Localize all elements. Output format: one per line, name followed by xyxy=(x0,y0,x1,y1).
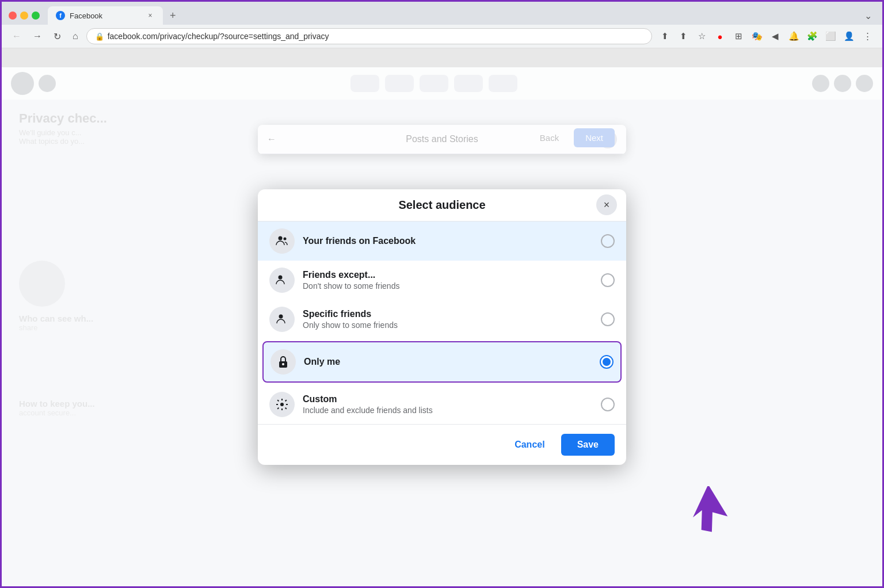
custom-label: Custom xyxy=(303,394,593,404)
custom-sublabel: Include and exclude friends and lists xyxy=(303,406,593,415)
svg-point-3 xyxy=(279,314,283,318)
reload-button[interactable]: ↻ xyxy=(50,29,64,44)
specific-friends-sublabel: Only show to some friends xyxy=(303,320,593,330)
download-icon[interactable]: ⬆ xyxy=(657,28,673,44)
new-tab-button[interactable]: + xyxy=(165,7,181,24)
address-bar[interactable]: 🔒 facebook.com/privacy/checkup/?source=s… xyxy=(86,28,652,44)
specific-friends-icon xyxy=(269,307,295,332)
custom-radio[interactable] xyxy=(601,398,615,411)
modal-footer: Cancel Save xyxy=(258,424,626,465)
audience-item-custom[interactable]: Custom Include and exclude friends and l… xyxy=(258,385,626,424)
svg-point-2 xyxy=(279,275,283,279)
forward-nav-button[interactable]: → xyxy=(29,29,45,44)
toolbar-icons: ⬆ ⬆ ☆ ● ⊞ 🎭 ◀ 🔔 🧩 ⬜ 👤 ⋮ xyxy=(657,28,875,44)
arrow-indicator xyxy=(692,486,744,540)
tab-favicon: f xyxy=(56,11,65,20)
audience-list: Your friends on Facebook Friends except.… xyxy=(258,222,626,424)
radio-inner-dot xyxy=(603,358,611,366)
split-view-icon[interactable]: ⬜ xyxy=(822,28,839,44)
modal-close-button[interactable]: × xyxy=(596,194,617,215)
audience-item-only-me[interactable]: Only me xyxy=(262,341,622,383)
maximize-window-button[interactable] xyxy=(32,12,40,20)
only-me-label: Only me xyxy=(304,357,592,367)
only-me-radio[interactable] xyxy=(600,355,614,369)
friends-except-text: Friends except... Don't show to some fri… xyxy=(303,270,593,291)
close-window-button[interactable] xyxy=(9,12,17,20)
custom-icon xyxy=(269,392,295,417)
only-me-text: Only me xyxy=(304,357,592,367)
save-button[interactable]: Save xyxy=(561,434,615,456)
back-nav-button[interactable]: ← xyxy=(9,29,25,44)
friends-except-label: Friends except... xyxy=(303,270,593,280)
specific-friends-text: Specific friends Only show to some frien… xyxy=(303,309,593,330)
svg-point-5 xyxy=(282,363,284,365)
extension1-icon[interactable]: ⊞ xyxy=(730,28,746,44)
modal-header: Select audience × xyxy=(258,189,626,222)
user-avatar-icon[interactable]: 👤 xyxy=(841,28,857,44)
browser-chrome: f Facebook × + ⌄ ← → ↻ ⌂ 🔒 facebook.com/… xyxy=(2,2,882,48)
lock-icon: 🔒 xyxy=(95,32,104,41)
audience-item-friends-on-facebook[interactable]: Your friends on Facebook xyxy=(258,222,626,261)
window-controls xyxy=(9,12,40,20)
browser-dropdown-button[interactable]: ⌄ xyxy=(861,8,875,24)
opera-icon[interactable]: ● xyxy=(712,28,728,44)
minimize-window-button[interactable] xyxy=(20,12,28,20)
friends-except-radio[interactable] xyxy=(601,273,615,287)
modal-title: Select audience xyxy=(398,198,485,212)
select-audience-modal: Select audience × Yo xyxy=(258,189,626,465)
audience-item-specific-friends[interactable]: Specific friends Only show to some frien… xyxy=(258,300,626,339)
extension5-icon[interactable]: 🧩 xyxy=(804,28,820,44)
extension2-icon[interactable]: 🎭 xyxy=(749,28,765,44)
tab-close-button[interactable]: × xyxy=(146,11,155,20)
friends-except-icon xyxy=(269,268,295,293)
cancel-button[interactable]: Cancel xyxy=(505,435,554,455)
svg-point-6 xyxy=(280,403,284,406)
custom-text: Custom Include and exclude friends and l… xyxy=(303,394,593,415)
friends-icon xyxy=(269,228,295,254)
browser-toolbar: ← → ↻ ⌂ 🔒 facebook.com/privacy/checkup/?… xyxy=(2,25,882,48)
svg-point-1 xyxy=(284,237,287,240)
svg-point-0 xyxy=(279,236,283,240)
specific-friends-radio[interactable] xyxy=(601,312,615,326)
friends-except-sublabel: Don't show to some friends xyxy=(303,281,593,291)
share-icon[interactable]: ⬆ xyxy=(675,28,691,44)
tab-bar: f Facebook × + ⌄ xyxy=(2,2,882,25)
home-button[interactable]: ⌂ xyxy=(69,29,82,44)
modal-overlay: Select audience × Yo xyxy=(2,67,882,586)
svg-marker-7 xyxy=(692,486,737,537)
specific-friends-label: Specific friends xyxy=(303,309,593,319)
friends-on-facebook-radio[interactable] xyxy=(601,234,615,248)
tab-title: Facebook xyxy=(70,12,141,20)
extension4-icon[interactable]: 🔔 xyxy=(786,28,802,44)
page-background: Privacy chec... We'll guide you c... Wha… xyxy=(2,67,882,586)
active-tab[interactable]: f Facebook × xyxy=(48,6,163,25)
menu-icon[interactable]: ⋮ xyxy=(859,28,875,44)
only-me-icon xyxy=(270,349,296,375)
friends-on-facebook-text: Your friends on Facebook xyxy=(303,236,593,246)
friends-on-facebook-label: Your friends on Facebook xyxy=(303,236,593,246)
bookmark-icon[interactable]: ☆ xyxy=(694,28,710,44)
url-text: facebook.com/privacy/checkup/?source=set… xyxy=(108,32,643,41)
extension3-icon[interactable]: ◀ xyxy=(767,28,783,44)
audience-item-friends-except[interactable]: Friends except... Don't show to some fri… xyxy=(258,261,626,300)
